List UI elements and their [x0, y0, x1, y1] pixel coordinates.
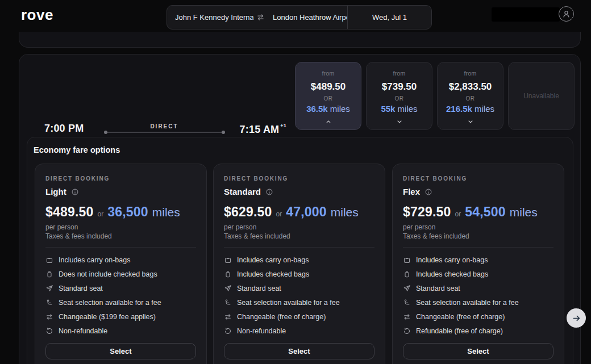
fare-feature-text: Includes checked bags — [416, 270, 488, 278]
divider — [45, 247, 196, 248]
fare-eyebrow: DIRECT BOOKING — [403, 175, 553, 182]
search-bar[interactable]: John F Kennedy Internation London Heathr… — [167, 5, 432, 30]
select-button[interactable]: Select — [403, 343, 553, 359]
fare-feature-text: Non-refundable — [59, 327, 107, 335]
checked-bag-icon — [45, 270, 53, 278]
fare-price-row: $729.50 or 54,500 miles — [403, 204, 553, 220]
fare-feature-row: Seat selection available for a fee — [403, 295, 553, 309]
chevron-down-icon[interactable] — [467, 118, 474, 125]
fare-feature-row: Standard seat — [45, 281, 196, 295]
fare-feature-text: Includes carry on-bags — [237, 256, 309, 264]
select-button[interactable]: Select — [224, 343, 374, 359]
price-option-business[interactable]: from $2,833.50 OR 216.5k miles — [437, 62, 503, 130]
fare-miles: 54,500 — [465, 204, 506, 220]
airplane-icon — [403, 284, 411, 292]
seat-icon — [403, 299, 411, 307]
fare-feature-row: Does not include checked bags — [45, 267, 196, 281]
destination-field[interactable]: London Heathrow Airport (L — [267, 13, 347, 22]
fare-feature-row: Refundable (free of charge) — [403, 324, 553, 338]
info-icon[interactable] — [71, 188, 79, 196]
checked-bag-icon — [403, 270, 411, 278]
fare-price: $629.50 — [224, 204, 272, 220]
fare-feature-row: Seat selection available for a fee — [45, 295, 196, 309]
fare-feature-row: Changeable (free of charge) — [403, 309, 553, 324]
person-icon — [561, 9, 571, 19]
rove-logo[interactable]: rove — [21, 6, 53, 24]
redacted-black-box[interactable] — [492, 7, 560, 22]
route-line — [105, 132, 224, 133]
taxes-label: Taxes & fees included — [224, 232, 374, 240]
fare-feature-text: Does not include checked bags — [59, 270, 157, 278]
fare-price: $729.50 — [403, 204, 451, 220]
fare-feature-text: Changeable (free of charge) — [416, 313, 505, 321]
fare-feature-text: Seat selection available for a fee — [237, 299, 340, 307]
carry-on-bag-icon — [224, 256, 232, 264]
fare-feature-text: Changeable (free of charge) — [237, 313, 326, 321]
fare-feature-row: Includes checked bags — [224, 267, 374, 281]
carry-on-bag-icon — [403, 256, 411, 264]
fare-feature-row: Non-refundable — [224, 324, 374, 338]
fare-miles: 36,500 — [107, 204, 148, 220]
fare-feature-text: Standard seat — [416, 284, 460, 292]
fare-feature-row: Includes carry on-bags — [45, 253, 196, 267]
unavailable-label: Unavailable — [523, 92, 559, 100]
airplane-icon — [45, 284, 53, 292]
stops-label: DIRECT — [105, 123, 224, 129]
refund-arrow-icon — [45, 327, 53, 335]
seat-icon — [45, 299, 53, 307]
origin-field[interactable]: John F Kennedy Internation — [167, 13, 253, 22]
swap-arrows-icon — [403, 313, 411, 321]
fare-feature-row: Non-refundable — [45, 324, 196, 338]
fare-feature-row: Standard seat — [224, 281, 374, 295]
fare-card-light: DIRECT BOOKING Light $489.50 or 36,500 m… — [35, 164, 207, 364]
carry-on-bag-icon — [45, 256, 53, 264]
taxes-label: Taxes & fees included — [45, 232, 196, 240]
fare-feature-text: Includes carry on-bags — [59, 256, 130, 264]
fare-miles: 47,000 — [286, 204, 327, 220]
taxes-label: Taxes & fees included — [403, 232, 553, 240]
divider — [224, 247, 374, 248]
per-person-label: per person — [45, 223, 196, 231]
fare-name: Light — [45, 187, 66, 196]
fare-feature-text: Non-refundable — [237, 327, 286, 335]
fare-feature-text: Seat selection available for a fee — [59, 299, 161, 307]
fare-features: Includes carry on-bags Includes checked … — [403, 253, 553, 338]
chevron-down-icon[interactable] — [396, 118, 403, 125]
account-avatar-button[interactable] — [559, 6, 574, 22]
option-price: $489.50 — [311, 81, 346, 93]
refund-arrow-icon — [403, 327, 411, 335]
price-option-economy[interactable]: from $489.50 OR 36.5k miles — [295, 62, 361, 130]
option-miles: 36.5k miles — [306, 104, 350, 114]
price-option-unavailable: Unavailable — [508, 62, 575, 130]
fare-feature-text: Standard seat — [59, 284, 103, 292]
fare-eyebrow: DIRECT BOOKING — [224, 175, 374, 182]
economy-fare-options-section: Economy fare options DIRECT BOOKING Ligh… — [27, 137, 573, 364]
fare-name: Flex — [403, 187, 420, 196]
checked-bag-icon — [224, 270, 232, 278]
seat-icon — [224, 299, 232, 307]
select-button[interactable]: Select — [45, 343, 196, 359]
swap-arrows-icon — [224, 313, 232, 321]
next-fares-button[interactable] — [567, 308, 586, 328]
date-field[interactable]: Wed, Jul 1 — [347, 6, 431, 29]
fare-features: Includes carry on-bags Does not include … — [45, 253, 196, 338]
fare-eyebrow: DIRECT BOOKING — [45, 175, 196, 182]
price-option-premium[interactable]: from $739.50 OR 55k miles — [366, 62, 432, 130]
airplane-icon — [224, 284, 232, 292]
refund-arrow-icon — [224, 327, 232, 335]
swap-airports-icon[interactable] — [253, 13, 267, 22]
fare-price: $489.50 — [45, 204, 94, 220]
info-icon[interactable] — [265, 188, 273, 196]
option-price: $2,833.50 — [449, 81, 492, 93]
fare-feature-text: Standard seat — [237, 284, 281, 292]
flight-results-page: rove John F Kennedy Internation London H… — [0, 0, 591, 364]
chevron-up-icon[interactable] — [324, 118, 332, 125]
flight-card: 7:00 PM JFK New York DIRECT 7:15 AM+1 LH… — [19, 54, 581, 364]
plus-one-day-badge: +1 — [280, 123, 286, 128]
fare-card-flex: DIRECT BOOKING Flex $729.50 or 54,500 mi… — [392, 164, 564, 364]
fare-feature-row: Includes carry on-bags — [403, 253, 553, 267]
fare-price-row: $489.50 or 36,500 miles — [45, 204, 196, 220]
fare-card-standard: DIRECT BOOKING Standard $629.50 or 47,00… — [213, 164, 385, 364]
info-icon[interactable] — [424, 188, 432, 196]
fare-feature-text: Includes checked bags — [237, 270, 309, 278]
